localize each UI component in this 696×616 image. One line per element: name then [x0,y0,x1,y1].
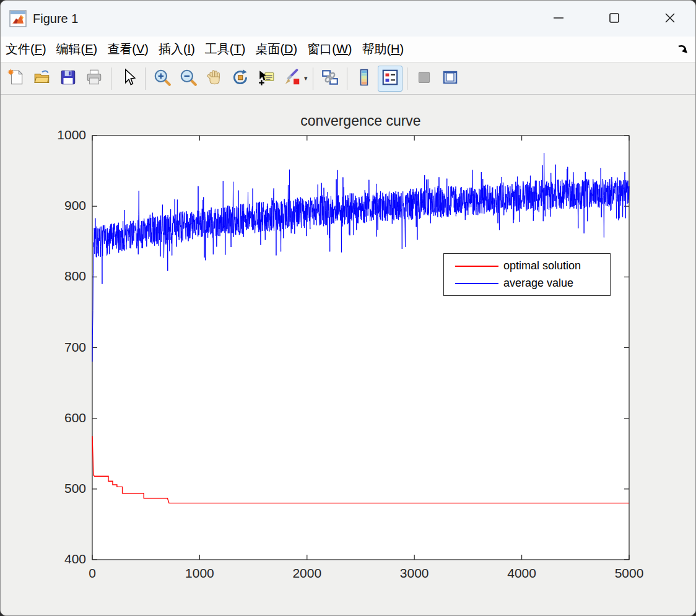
edit-plot-arrow-icon [119,68,137,89]
y-tick-label: 600 [33,410,86,425]
x-tick-label: 4000 [507,566,536,581]
legend[interactable]: optimal solutionaverage value [443,253,611,296]
y-tick-label: 400 [33,552,86,566]
toolbar: ▾ [1,63,695,95]
menu-item-0[interactable]: 文件(F) [1,38,51,60]
print-figure-icon [85,68,103,89]
y-tick-label: 700 [33,340,86,355]
open-file-button[interactable] [30,66,54,92]
legend-label: average value [503,277,573,290]
pan-button[interactable] [202,66,227,92]
toolbar-separator [313,67,313,90]
rotate-3d-icon [231,68,250,89]
x-tick-label: 3000 [400,566,429,581]
hide-plot-tools-icon [415,68,433,89]
zoom-out-button[interactable] [176,66,201,92]
toolbar-separator [111,67,111,90]
window-title: Figure 1 [33,12,78,26]
insert-legend-button[interactable] [378,66,402,92]
dock-figure-arrow-icon[interactable] [676,41,692,58]
minimize-icon [552,11,565,27]
y-tick-label: 900 [33,198,86,213]
menu-item-5[interactable]: 桌面(D) [250,38,302,60]
y-tick-label: 500 [33,481,86,496]
x-tick-label: 0 [89,566,96,581]
print-figure-button[interactable] [82,66,107,92]
brush-data-button[interactable] [280,66,305,92]
save-figure-button[interactable] [56,66,80,92]
titlebar: Figure 1 [1,1,695,37]
insert-legend-icon [381,68,399,89]
toolbar-separator [407,67,407,90]
hide-plot-tools-button[interactable] [412,66,437,92]
zoom-out-icon [179,68,198,89]
menu-item-6[interactable]: 窗口(W) [302,38,357,60]
toolbar-separator [145,67,146,90]
maximize-button[interactable] [595,4,633,33]
insert-colorbar-button[interactable] [352,66,376,92]
new-figure-icon [7,68,25,89]
brush-dropdown-caret-icon[interactable]: ▾ [304,74,308,82]
figure-window: Figure 1 文件(F)编辑(E)查看(V)插入(I)工具(T)桌面(D)窗… [0,0,696,616]
minimize-button[interactable] [539,4,578,33]
pan-hand-icon [205,68,224,89]
toolbar-separator [347,67,347,90]
show-plot-tools-dock-button[interactable] [438,66,463,92]
figure-canvas: convergence curve 4005006007008009001000… [1,95,696,616]
y-tick-label: 1000 [33,128,86,142]
link-plot-icon [321,68,339,89]
close-icon [663,11,677,27]
zoom-in-button[interactable] [150,66,175,92]
menu-item-3[interactable]: 插入(I) [154,38,200,60]
new-figure-button[interactable] [4,66,28,92]
menu-bar: 文件(F)编辑(E)查看(V)插入(I)工具(T)桌面(D)窗口(W)帮助(H) [1,37,695,63]
plot-axes[interactable] [1,95,696,616]
zoom-in-icon [153,68,172,89]
x-tick-label: 5000 [615,566,644,581]
legend-line-sample [455,266,498,267]
open-file-icon [33,68,51,89]
legend-label: optimal solution [503,259,581,272]
close-button[interactable] [651,4,689,33]
menu-item-7[interactable]: 帮助(H) [357,38,409,60]
menu-item-2[interactable]: 查看(V) [102,38,154,60]
data-cursor-button[interactable] [254,66,279,92]
rotate-3d-button[interactable] [228,66,253,92]
insert-colorbar-icon [355,68,373,89]
show-plot-tools-icon [441,68,459,89]
x-tick-label: 2000 [292,566,321,581]
y-tick-label: 800 [33,269,86,284]
legend-entry: average value [444,277,610,290]
link-plot-button[interactable] [318,66,342,92]
window-controls [522,1,689,37]
data-cursor-icon [257,68,276,89]
save-figure-icon [59,68,77,89]
edit-plot-button[interactable] [116,66,141,92]
x-tick-label: 1000 [185,566,214,581]
maximize-icon [607,11,621,27]
legend-line-sample [455,283,498,284]
menu-item-1[interactable]: 编辑(E) [51,38,103,60]
legend-entry: optimal solution [444,259,610,273]
menu-item-4[interactable]: 工具(T) [200,38,251,60]
brush-data-icon [283,68,302,89]
matlab-figure-icon [9,10,27,27]
